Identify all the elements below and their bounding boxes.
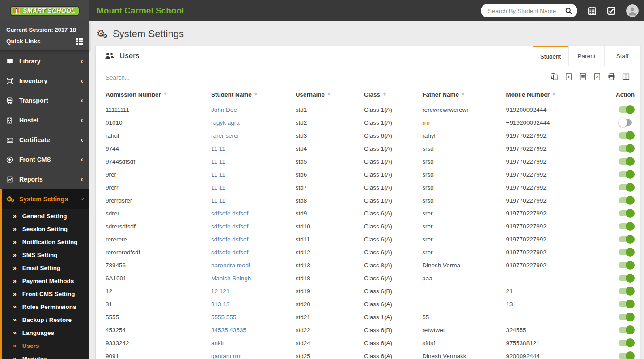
status-toggle[interactable] (619, 235, 635, 244)
student-name-link[interactable]: sdfsdfe dsfsdf (211, 210, 248, 217)
student-name-link[interactable]: 11 11 (211, 145, 225, 152)
global-search-input[interactable] (487, 7, 565, 15)
student-name-link[interactable]: John Doe (211, 106, 237, 113)
status-toggle[interactable] (619, 325, 635, 334)
sidebar-item-certificate[interactable]: Certificate‹ (0, 130, 89, 150)
sidebar-subitem-email-setting[interactable]: »Email Setting (2, 262, 89, 275)
status-toggle[interactable] (619, 274, 635, 283)
class-cell: Class 1(A) (364, 142, 422, 155)
excel-icon[interactable]: x (565, 73, 572, 80)
student-name-link[interactable]: sdfsdfe dsfsdf (211, 236, 248, 243)
student-name-link[interactable]: sdfsdfe dsfsdf (211, 249, 248, 256)
sidebar-subitem-payment-methods[interactable]: »Payment Methods (2, 275, 89, 287)
status-toggle[interactable] (619, 338, 635, 347)
status-toggle[interactable] (619, 118, 635, 127)
table-row: 9091gautam rrrrstd25Class 6(A)Dinesh Ver… (96, 350, 640, 359)
sidebar-item-front-cms[interactable]: Front CMS‹ (0, 150, 89, 169)
search-icon[interactable] (565, 7, 572, 15)
status-toggle[interactable] (619, 144, 635, 153)
sidebar-item-hostel[interactable]: Hostel‹ (0, 110, 89, 130)
sidebar-subitem-users[interactable]: »Users (2, 339, 89, 352)
student-name-link[interactable]: 11 11 (211, 171, 225, 178)
student-name-link[interactable]: sdfsdfe dsfsdf (211, 223, 248, 230)
mobile-number-cell: 919770227992 (506, 233, 591, 246)
column-header-admission-number[interactable]: Admission Number▼ (96, 87, 211, 103)
column-header-father-name[interactable]: Father Name▼ (422, 87, 506, 103)
sidebar-subitem-notification-setting[interactable]: »Notification Setting (2, 236, 89, 249)
tab-student[interactable]: Student (533, 46, 568, 66)
status-toggle[interactable] (619, 261, 635, 270)
tasks-icon[interactable] (607, 6, 616, 15)
student-name-link[interactable]: 11 11 (211, 158, 225, 165)
status-toggle[interactable] (619, 157, 635, 166)
student-name-link[interactable]: Manish Shingh (211, 275, 251, 282)
column-header-student-name[interactable]: Student Name▼ (211, 87, 296, 103)
column-header-mobile-number[interactable]: Mobile Number▼ (506, 87, 591, 103)
sidebar-subitem-roles-permissions[interactable]: »Roles Permissions (2, 300, 89, 313)
tab-parent[interactable]: Parent (568, 46, 604, 66)
status-toggle[interactable] (619, 183, 635, 192)
student-name-link[interactable]: 5555 555 (211, 314, 236, 321)
student-name-link[interactable]: ankit (211, 340, 224, 346)
sidebar-item-library[interactable]: Library‹ (0, 51, 89, 71)
double-chevron-icon: » (13, 343, 17, 349)
sidebar-item-system-settings[interactable]: ⚙⚙ System Settings ‹ (2, 189, 89, 209)
double-chevron-icon: » (13, 226, 17, 232)
calendar-icon[interactable] (588, 6, 597, 15)
class-cell: Class 8(A) (364, 259, 422, 272)
mobile-number-cell: 9200092444 (506, 350, 591, 359)
student-name-link[interactable]: ragyk agra (211, 119, 240, 126)
columns-icon[interactable] (622, 73, 630, 80)
father-name-cell: rerewrewrwerewr (422, 103, 506, 116)
status-toggle[interactable] (619, 170, 635, 179)
user-avatar[interactable] (626, 4, 639, 17)
sidebar-subitem-front-cms-setting[interactable]: »Front CMS Setting (2, 287, 89, 300)
sidebar-subitem-general-setting[interactable]: »General Setting (2, 210, 89, 223)
status-toggle[interactable] (619, 196, 635, 205)
sidebar-subitem-modules[interactable]: »Modules (2, 352, 89, 359)
column-header-class[interactable]: Class▼ (364, 87, 422, 103)
student-name-link[interactable]: 313 13 (211, 301, 229, 308)
pdf-icon[interactable]: A (593, 73, 601, 80)
status-toggle[interactable] (619, 313, 635, 321)
father-name-cell: rrrr (422, 116, 506, 129)
sidebar-item-transport[interactable]: Transport‹ (0, 91, 89, 110)
student-name-link[interactable]: 34535 43535 (211, 327, 246, 334)
column-header-username[interactable]: Username▼ (296, 87, 364, 103)
double-chevron-icon: » (13, 317, 17, 323)
status-toggle[interactable] (619, 131, 635, 140)
csv-icon[interactable] (579, 73, 587, 80)
student-name-link[interactable]: 11 11 (211, 184, 225, 191)
status-toggle[interactable] (619, 248, 635, 257)
class-cell: Class 6(A) (364, 129, 422, 142)
status-toggle[interactable] (619, 105, 635, 114)
sidebar-item-reports[interactable]: Reports‹ (0, 169, 89, 189)
print-icon[interactable] (608, 73, 615, 80)
status-toggle[interactable] (619, 222, 635, 231)
sidebar-item-inventory[interactable]: Inventory‹ (0, 71, 89, 91)
table-row: 9rerrdsrer11 11std8Class 1(A)srsd9197702… (96, 194, 640, 207)
table-row: 6A1001Manish Shinghstd18Class 6(A)aaa (96, 272, 640, 285)
grid-icon[interactable] (76, 38, 83, 45)
status-toggle[interactable] (619, 209, 635, 218)
table-search-input[interactable] (106, 72, 173, 84)
student-name-link[interactable]: rarer serer (211, 132, 239, 139)
copy-icon[interactable] (551, 73, 558, 80)
sidebar-subitem-session-setting[interactable]: »Session Setting (2, 223, 89, 236)
sidebar-subitem-backup-restore[interactable]: »Backup / Restore (2, 313, 89, 326)
app-logo[interactable]: SMART SCHOOL (0, 0, 89, 21)
admission-number-cell: 9333242 (96, 337, 211, 350)
sidebar-subitem-languages[interactable]: »Languages (2, 326, 89, 339)
student-name-link[interactable]: gautam rrrr (211, 353, 241, 359)
class-cell: Class 6(A) (364, 220, 422, 233)
quick-links[interactable]: Quick Links (6, 38, 83, 45)
status-toggle[interactable] (619, 351, 635, 359)
tab-staff[interactable]: Staff (604, 46, 640, 66)
student-name-link[interactable]: 11 11 (211, 197, 225, 204)
student-name-link[interactable]: narendra modi (211, 262, 250, 269)
status-toggle[interactable] (619, 300, 635, 308)
status-toggle[interactable] (619, 287, 635, 296)
student-name-link[interactable]: 12 121 (211, 288, 229, 295)
sidebar-subitem-sms-setting[interactable]: »SMS Setting (2, 249, 89, 262)
table-row: rerereredfsdfsdfsdfe dsfsdfstd12Class 6(… (96, 246, 640, 259)
